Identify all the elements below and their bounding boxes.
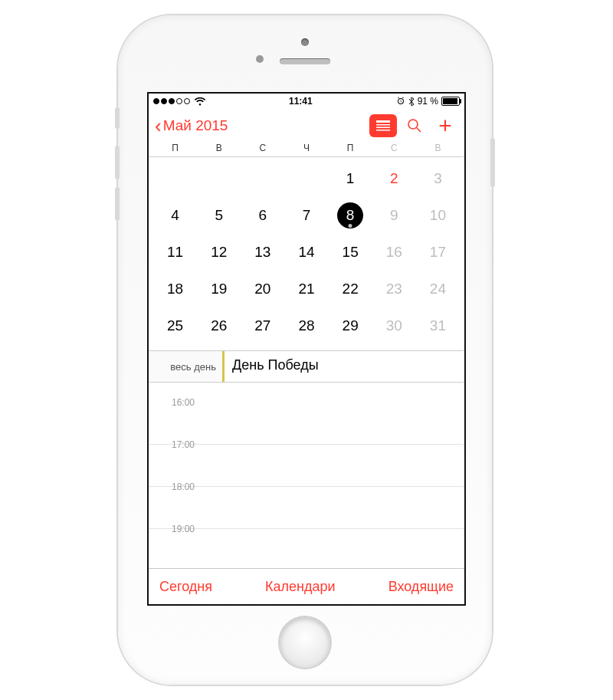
calendar-day[interactable]: 7 (284, 207, 328, 224)
calendar-day[interactable]: 31 (416, 317, 460, 334)
hour-label: 16:00 (149, 397, 201, 408)
calendar-day[interactable]: 15 (329, 244, 372, 261)
proximity-sensor (256, 55, 264, 63)
hour-label: 19:00 (149, 524, 201, 534)
volume-down (115, 187, 120, 221)
calendar-row: 45678910 (153, 197, 460, 234)
calendar-day[interactable]: 27 (241, 317, 284, 334)
weekday-label: В (197, 143, 241, 153)
phone-body: 11:41 91 % ‹ Май 2015 (118, 15, 492, 685)
status-bar: 11:41 91 % (149, 94, 464, 109)
calendar-day[interactable]: 30 (372, 317, 416, 334)
hour-row[interactable]: 16:00 (149, 403, 464, 445)
weekday-label: В (416, 143, 460, 153)
calendar-day[interactable]: 12 (197, 244, 241, 261)
all-day-label: весь день (149, 351, 222, 382)
calendar-day[interactable]: 10 (416, 207, 460, 224)
svg-point-4 (408, 120, 418, 129)
calendar-day[interactable]: 17 (416, 244, 460, 261)
chevron-left-icon: ‹ (155, 116, 162, 136)
back-button[interactable]: ‹ Май 2015 (155, 116, 365, 136)
add-button[interactable]: + (432, 114, 458, 137)
calendar-row: 25262728293031 (153, 307, 460, 344)
front-camera (301, 38, 309, 46)
svg-line-5 (417, 128, 421, 132)
calendar-day[interactable]: 23 (372, 281, 416, 297)
calendar-day[interactable]: 6 (241, 207, 284, 224)
svg-rect-2 (376, 127, 390, 129)
status-time: 11:41 (205, 96, 396, 107)
calendar-day[interactable]: 26 (197, 317, 241, 334)
calendar-day[interactable]: 21 (284, 281, 328, 297)
power-button (490, 138, 495, 187)
back-label: Май 2015 (163, 117, 228, 134)
calendar-day[interactable]: 19 (197, 281, 241, 297)
view-mode-button[interactable] (369, 114, 397, 137)
calendar-day[interactable]: 24 (416, 281, 460, 297)
calendar-row: 123 (153, 160, 460, 197)
calendar-day[interactable]: 20 (241, 281, 284, 297)
home-button[interactable] (280, 617, 330, 668)
screen: 11:41 91 % ‹ Май 2015 (147, 92, 466, 606)
calendar-day[interactable]: 28 (284, 317, 328, 334)
calendar-day[interactable]: 14 (284, 244, 328, 261)
weekday-label: П (153, 143, 197, 153)
calendar-day[interactable]: 8 (329, 202, 372, 228)
calendar-day[interactable]: 4 (153, 207, 197, 224)
day-timeline[interactable]: 16:0017:0018:0019:00 (149, 383, 464, 568)
volume-up (115, 146, 120, 179)
svg-rect-1 (376, 124, 390, 126)
mute-switch (115, 107, 120, 129)
svg-rect-3 (376, 130, 390, 131)
hour-row[interactable]: 19:00 (149, 529, 464, 568)
hour-label: 18:00 (149, 481, 201, 492)
calendar-day[interactable]: 9 (372, 207, 416, 224)
all-day-row: весь день День Победы (149, 350, 464, 383)
bluetooth-icon (408, 97, 415, 107)
today-button[interactable]: Сегодня (159, 579, 212, 595)
nav-bar: ‹ Май 2015 + (149, 109, 464, 143)
weekday-label: С (241, 143, 284, 153)
battery-icon (441, 97, 460, 106)
calendar-day[interactable]: 13 (241, 244, 284, 261)
weekday-label: П (329, 143, 372, 153)
search-button[interactable] (402, 114, 428, 137)
calendar-row: 18192021222324 (153, 271, 460, 307)
calendar-day[interactable]: 16 (372, 244, 416, 261)
calendar-day[interactable]: 3 (416, 170, 460, 187)
weekday-header: ПВСЧПСВ (149, 143, 464, 156)
all-day-event[interactable]: День Победы (222, 351, 464, 382)
wifi-icon (195, 97, 205, 106)
calendar-day[interactable]: 2 (372, 170, 416, 187)
weekday-label: Ч (284, 143, 328, 153)
signal-dots (153, 98, 190, 104)
svg-rect-0 (376, 120, 390, 123)
weekday-label: С (372, 143, 416, 153)
calendar-day[interactable]: 25 (153, 317, 197, 334)
hour-row[interactable]: 17:00 (149, 445, 464, 487)
battery-pct: 91 % (418, 96, 438, 107)
event-title: День Победы (232, 357, 319, 373)
calendar-day[interactable]: 29 (329, 317, 372, 334)
bottom-toolbar: Сегодня Календари Входящие (149, 568, 464, 604)
calendar-row: 11121314151617 (153, 234, 460, 271)
calendar-day[interactable]: 11 (153, 244, 197, 261)
calendar-day[interactable]: 22 (329, 281, 372, 297)
calendar-day[interactable]: 5 (197, 207, 241, 224)
alarm-icon (396, 97, 405, 106)
calendar-day[interactable]: 18 (153, 281, 197, 297)
month-grid: 1234567891011121314151617181920212223242… (149, 157, 464, 350)
hour-row[interactable]: 18:00 (149, 487, 464, 529)
inbox-button[interactable]: Входящие (388, 579, 454, 595)
earpiece-speaker (280, 58, 330, 64)
calendar-day[interactable]: 1 (329, 170, 372, 187)
hour-label: 17:00 (149, 439, 201, 450)
calendars-button[interactable]: Календари (265, 579, 336, 595)
